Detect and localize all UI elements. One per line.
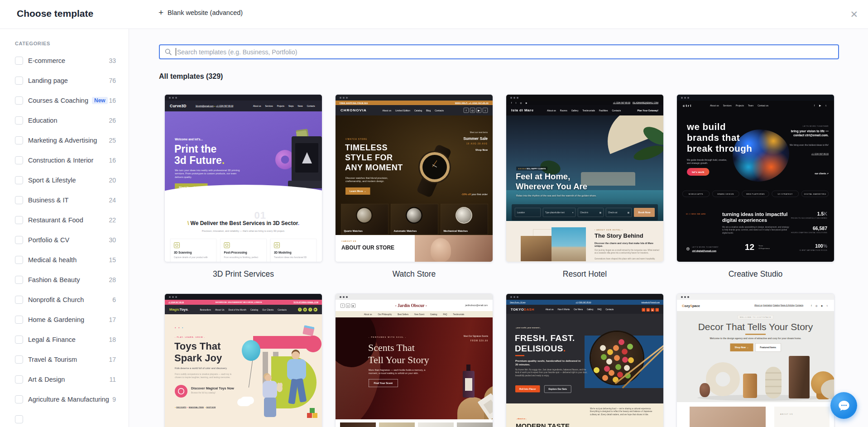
category-label: Sport & Lifestyle: [28, 177, 76, 184]
template-cell: CozySpace About us Inspiration Catalog N…: [676, 293, 834, 427]
category-count: 76: [109, 77, 116, 84]
chat-widget-button[interactable]: [830, 392, 857, 419]
category-label: Landing page: [28, 77, 68, 84]
category-label: Art & Design: [28, 376, 65, 383]
checkbox[interactable]: [15, 395, 23, 403]
template-card-watch-store[interactable]: FREE SHIPPING FROM $20NEED HELP: +1 (234…: [335, 94, 493, 262]
blank-website-button[interactable]: + Blank website (advanced): [158, 9, 243, 16]
checkbox[interactable]: [15, 96, 23, 105]
plus-icon: +: [158, 10, 163, 16]
search-input[interactable]: [176, 48, 834, 56]
thumb-header: f◎▶ - Jardin Obscur - jardinobscur@email…: [336, 300, 493, 311]
all-templates-count: All templates (329): [159, 72, 223, 81]
thumb-nav: TOKYODASH About usHow It WorksOur MenuGa…: [506, 305, 663, 314]
category-label: Education: [28, 117, 58, 124]
thumb-about-section: //ABOUT US ABOUT OUR STORE: [336, 235, 493, 262]
close-icon[interactable]: ✕: [848, 7, 860, 22]
category-count: 16: [109, 157, 116, 164]
booking-bar: Location Type placeholder text▾ Check-in…: [512, 204, 658, 221]
template-cell: ctrl About usServicesProjectsTeamContact…: [676, 94, 834, 293]
template-card-sushi[interactable]: Open 8 am - 10 pm+1 (234) 567 89 00tokyo…: [506, 293, 664, 427]
category-item[interactable]: Construction & Interior16: [0, 150, 129, 170]
checkbox[interactable]: [15, 176, 23, 184]
template-name: Creative Studio: [676, 269, 834, 279]
category-item[interactable]: E-commerce33: [0, 51, 129, 71]
category-item[interactable]: Nonprofit & Church6: [0, 290, 129, 310]
category-item[interactable]: Fashion & Beauty28: [0, 270, 129, 290]
search-bar[interactable]: [159, 44, 839, 59]
checkbox[interactable]: [15, 57, 23, 65]
thumb-nav: MagicToys. BestsellersAbout UsDeal of th…: [165, 305, 322, 314]
category-item[interactable]: Portfolio & CV30: [0, 230, 129, 250]
checkbox[interactable]: [15, 276, 23, 284]
category-count: 18: [109, 336, 116, 343]
checkbox[interactable]: [15, 216, 23, 224]
thumb-about-section: - about us - MODERN TASTE. We're not jus…: [506, 403, 663, 427]
thumb-about-section: • ABOUT OUR HOTEL • The Story Behind Dis…: [506, 221, 663, 262]
checkbox[interactable]: [15, 236, 23, 244]
category-item[interactable]: Art & Design11: [0, 369, 129, 389]
template-card-toys[interactable]: +1 (234) 567 89 00SHOWROOM: 3254 RANEMON…: [164, 293, 322, 427]
checkbox[interactable]: [15, 336, 23, 344]
sushi-illustration: [585, 336, 663, 388]
category-label: Business & IT: [28, 197, 68, 204]
category-count: 9: [112, 396, 116, 403]
category-label: Legal & Finance: [28, 336, 76, 343]
category-item[interactable]: Landing page76: [0, 71, 129, 91]
category-item[interactable]: Medical & health15: [0, 250, 129, 270]
category-count: 15: [109, 256, 116, 264]
category-item[interactable]: Education26: [0, 110, 129, 130]
category-item[interactable]: Home & Gardening17: [0, 310, 129, 330]
category-item[interactable]: Business & IT24: [0, 190, 129, 210]
template-card-3d-print[interactable]: Curve3D 3d.print@email.com ● +1 (234) 56…: [164, 94, 322, 262]
category-count: 22: [109, 216, 116, 224]
thumb-nav: Isla di Mare About usRoomsGalleryTestimo…: [506, 105, 663, 115]
chat-bubble-icon: [837, 399, 851, 413]
checkbox[interactable]: [15, 296, 23, 304]
category-count: 25: [109, 137, 116, 144]
checkbox[interactable]: [15, 355, 23, 364]
category-label: Medical & health: [28, 256, 77, 264]
browser-chrome: [677, 95, 834, 101]
category-item[interactable]: Courses & CoachingNew16: [0, 91, 129, 110]
checkbox[interactable]: [15, 316, 23, 324]
checkbox[interactable]: [15, 116, 23, 125]
category-item[interactable]: Marketing & Advertising25: [0, 130, 129, 150]
checkbox[interactable]: [15, 375, 23, 384]
capability-pills: MOBILE APPSBRAND DESIGNWEB PLATFORMSUX S…: [682, 191, 829, 197]
category-count: 17: [109, 356, 116, 363]
checkbox[interactable]: [15, 256, 23, 264]
category-label: Fashion & Beauty: [28, 276, 80, 283]
globe-icon: ⊕: [686, 246, 690, 251]
category-count: 20: [109, 177, 116, 184]
category-item[interactable]: Restaurant & Food22: [0, 210, 129, 230]
category-item[interactable]: Sport & Lifestyle20: [0, 170, 129, 190]
checkbox[interactable]: [15, 415, 23, 423]
categories-sidebar: CATEGORIES E-commerce33Landing page76Cou…: [0, 29, 129, 427]
template-card-resort-hotel[interactable]: f t ◎ ▶ +1 (234) 567 89 00 ISLADIMARE@EM…: [506, 94, 664, 262]
thumb-nav: ctrl About usServicesProjectsTeamContact…: [677, 101, 834, 110]
checkbox[interactable]: [15, 156, 23, 164]
thumb-hero: //WATCH STORE TIMELESSSTYLE FORANY MOMEN…: [336, 115, 493, 235]
browser-chrome: [165, 95, 322, 101]
category-label: Restaurant & Food: [28, 216, 83, 224]
thumb-nav: Curve3D 3d.print@email.com ● +1 (234) 56…: [165, 101, 322, 111]
checkbox[interactable]: [15, 196, 23, 204]
category-count: 11: [109, 376, 116, 383]
template-cell: +1 (234) 567 89 00SHOWROOM: 3254 RANEMON…: [164, 293, 322, 427]
template-card-decor[interactable]: CozySpace About us Inspiration Catalog N…: [676, 293, 834, 427]
category-item[interactable]: Agriculture & Manufacturing9: [0, 389, 129, 409]
category-count: 26: [109, 117, 116, 124]
category-label: Courses & Coaching: [28, 97, 88, 104]
checkbox[interactable]: [15, 77, 23, 85]
template-card-perfume[interactable]: f◎▶ - Jardin Obscur - jardinobscur@email…: [335, 293, 493, 427]
search-icon: [164, 48, 172, 56]
category-item[interactable]: Legal & Finance18: [0, 330, 129, 350]
category-count: 6: [112, 296, 116, 303]
thumb-topbar: f t ◎ ▶ +1 (234) 567 89 00 ISLADIMARE@EM…: [506, 101, 663, 105]
category-item-partial[interactable]: [0, 409, 129, 427]
checkbox[interactable]: [15, 136, 23, 144]
category-item[interactable]: Travel & Tourism17: [0, 350, 129, 369]
template-card-creative-studio[interactable]: ctrl About usServicesProjectsTeamContact…: [676, 94, 834, 262]
categories-heading: CATEGORIES: [15, 41, 129, 46]
